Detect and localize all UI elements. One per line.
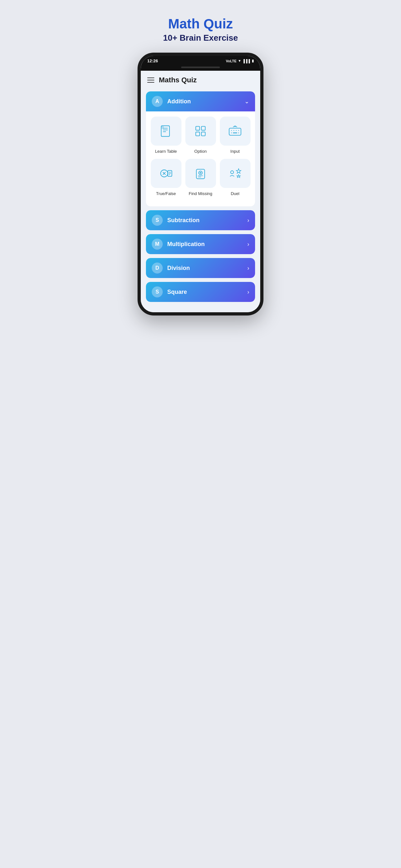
accordion-addition: A Addition ⌄ — [146, 91, 255, 206]
find-missing-label: Find Missing — [189, 191, 212, 196]
accordion-header-multiplication[interactable]: M Multiplication › — [146, 234, 255, 254]
grid-row-1: Learn Table — [151, 117, 250, 154]
true-false-icon-box — [151, 159, 181, 188]
app-header: Maths Quiz — [141, 71, 260, 88]
status-icons: VoLTE ▾ ▐▐▐ ▮ — [226, 59, 254, 63]
find-missing-icon-box — [185, 159, 216, 188]
input-icon-box — [220, 117, 251, 146]
accordion-header-square[interactable]: S Square › — [146, 282, 255, 302]
acc-icon-multiplication: M — [152, 239, 163, 250]
app-title: Math Quiz — [168, 16, 233, 32]
accordion-body-addition: Learn Table — [146, 112, 255, 206]
notch-bar — [181, 66, 220, 68]
acc-icon-subtraction: S — [152, 215, 163, 226]
truefalse-icon — [159, 166, 173, 181]
keyboard-icon — [228, 124, 242, 138]
grid-item-learn-table[interactable]: Learn Table — [151, 117, 181, 154]
book-icon — [159, 124, 173, 138]
acc-icon-division: D — [152, 262, 163, 274]
grid-item-option[interactable]: Option — [185, 117, 216, 154]
acc-label-subtraction: Subtraction — [167, 217, 243, 224]
svg-rect-8 — [202, 132, 205, 136]
acc-label-addition: Addition — [167, 98, 240, 105]
acc-icon-square: S — [152, 286, 163, 298]
svg-rect-6 — [202, 126, 205, 130]
svg-rect-7 — [196, 132, 199, 136]
option-icon-box — [185, 117, 216, 146]
acc-arrow-division: › — [247, 265, 249, 272]
acc-arrow-multiplication: › — [247, 241, 249, 248]
acc-label-division: Division — [167, 265, 243, 272]
accordion-header-subtraction[interactable]: S Subtraction › — [146, 210, 255, 230]
status-bar: 12:26 VoLTE ▾ ▐▐▐ ▮ — [141, 56, 260, 66]
duel-icon-box — [220, 159, 251, 188]
grid-item-find-missing[interactable]: Find Missing — [185, 159, 216, 196]
option-label: Option — [194, 149, 207, 154]
svg-point-30 — [230, 171, 234, 174]
learn-table-label: Learn Table — [155, 149, 177, 154]
acc-arrow-subtraction: › — [247, 217, 249, 224]
grid-row-2: True/False — [151, 159, 250, 196]
acc-label-square: Square — [167, 289, 243, 296]
scroll-area[interactable]: A Addition ⌄ — [141, 88, 260, 312]
signal-icon: ▐▐▐ — [243, 59, 250, 63]
svg-rect-24 — [196, 169, 205, 179]
acc-label-multiplication: Multiplication — [167, 241, 243, 248]
grid-item-input[interactable]: Input — [220, 117, 251, 154]
svg-rect-5 — [196, 126, 199, 130]
page-wrapper: Math Quiz 10+ Brain Exercise 12:26 VoLTE… — [134, 13, 267, 315]
app-content: Maths Quiz A Addition ⌄ — [141, 71, 260, 312]
acc-icon-addition: A — [152, 96, 163, 107]
learn-table-icon-box — [151, 117, 181, 146]
grid-icon — [193, 124, 208, 138]
svg-marker-31 — [236, 168, 241, 174]
accordion-header-addition[interactable]: A Addition ⌄ — [146, 91, 255, 112]
true-false-label: True/False — [156, 191, 176, 196]
acc-arrow-square: › — [247, 289, 249, 296]
find-missing-icon — [193, 166, 208, 181]
accordion-subtraction: S Subtraction › — [146, 210, 255, 230]
svg-rect-4 — [162, 126, 164, 128]
hamburger-menu[interactable] — [147, 78, 154, 83]
wifi-icon: ▾ — [239, 59, 241, 63]
input-label: Input — [230, 149, 240, 154]
app-subtitle: 10+ Brain Exercise — [163, 33, 238, 43]
duel-icon — [228, 166, 242, 181]
grid-item-duel[interactable]: Duel — [220, 159, 251, 196]
duel-label: Duel — [231, 191, 240, 196]
battery-icon: ▮ — [252, 59, 254, 63]
accordion-square: S Square › — [146, 282, 255, 302]
svg-rect-9 — [229, 128, 241, 135]
accordion-multiplication: M Multiplication › — [146, 234, 255, 254]
status-time: 12:26 — [147, 58, 158, 63]
header-title: Maths Quiz — [159, 76, 197, 84]
volte-icon: VoLTE — [226, 59, 236, 63]
phone-mockup: 12:26 VoLTE ▾ ▐▐▐ ▮ Maths Quiz — [137, 53, 264, 315]
notch — [141, 66, 260, 71]
accordion-division: D Division › — [146, 258, 255, 278]
accordion-header-division[interactable]: D Division › — [146, 258, 255, 278]
grid-item-true-false[interactable]: True/False — [151, 159, 181, 196]
svg-marker-32 — [237, 175, 241, 178]
acc-arrow-addition: ⌄ — [244, 98, 249, 105]
